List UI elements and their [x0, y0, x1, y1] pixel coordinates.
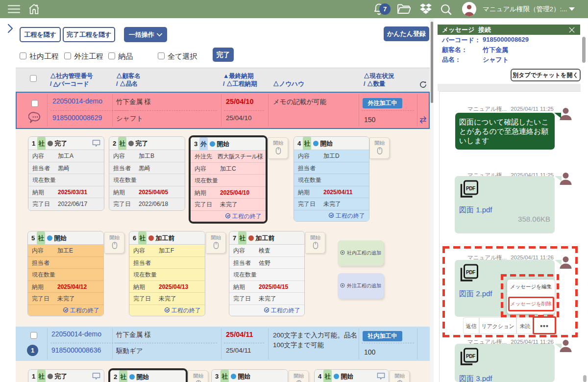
svg-text:PDF: PDF	[466, 186, 475, 191]
svg-text:PDF: PDF	[466, 270, 475, 275]
svg-text:PDF: PDF	[466, 354, 475, 359]
